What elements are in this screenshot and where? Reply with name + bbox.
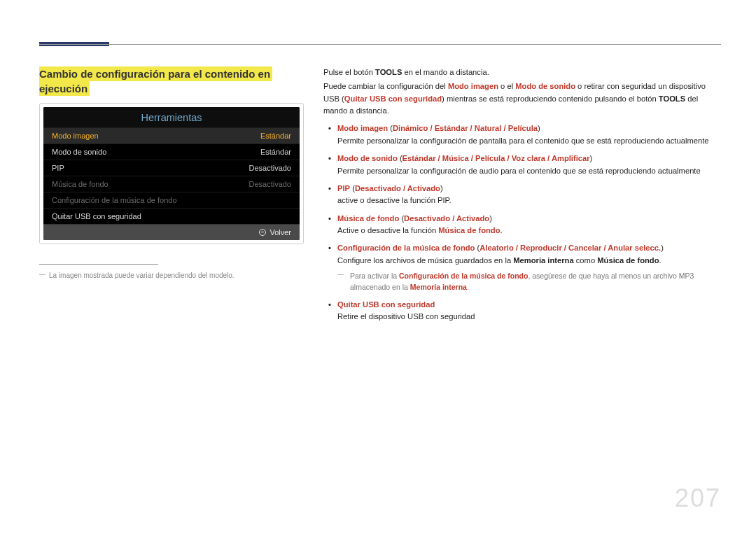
text: ) [489, 214, 492, 223]
text: . [659, 256, 662, 265]
menu-footer-label: Volver [270, 228, 291, 237]
menu-row-value: Desactivado [248, 180, 291, 188]
modo-sonido-term: Modo de sonido [515, 82, 575, 90]
text: ) [590, 154, 593, 162]
feature-options: Dinámico / Estándar / Natural / Película [393, 124, 538, 132]
feature-desc: Active o desactive la función Música de … [337, 225, 721, 237]
left-footnote: La imagen mostrada puede variar dependie… [39, 272, 304, 279]
feature-subnote: Para activar la Configuración de la músi… [337, 271, 721, 293]
term: Configuración de la música de fondo [399, 272, 528, 280]
feature-title: Música de fondo [337, 214, 399, 223]
text: Configure los archivos de música guardad… [337, 256, 513, 265]
feature-title: Configuración de la música de fondo [337, 244, 475, 252]
term: Memoria interna [513, 256, 573, 265]
term: Memoria interna [410, 283, 467, 291]
feature-quitar-usb: Quitar USB con seguridad Retire el dispo… [323, 299, 721, 323]
modo-imagen-term: Modo imagen [448, 82, 498, 90]
text: ) mientras se está reproduciendo conteni… [442, 94, 659, 103]
feature-options: Aleatorio / Reproducir / Cancelar / Anul… [479, 244, 661, 252]
feature-modo-imagen: Modo imagen (Dinámico / Estándar / Natur… [323, 122, 721, 147]
feature-desc: Retire el dispositivo USB con seguridad [337, 311, 721, 323]
feature-title: Modo de sonido [337, 154, 398, 162]
content: Cambio de configuración para el contenid… [39, 66, 721, 323]
page: Cambio de configuración para el contenid… [0, 0, 756, 534]
left-column: Cambio de configuración para el contenid… [39, 66, 304, 323]
term: Música de fondo [597, 256, 659, 265]
feature-list: Modo imagen (Dinámico / Estándar / Natur… [323, 122, 721, 323]
feature-desc: Configure los archivos de música guardad… [337, 255, 721, 267]
feature-title: Modo imagen [337, 124, 388, 132]
feature-desc: Permite personalizar la configuración de… [337, 135, 721, 147]
text: o el [498, 82, 515, 90]
feature-options: Desactivado / Activado [404, 214, 489, 223]
menu-row-value: Estándar [260, 148, 291, 156]
menu-row-modo-sonido[interactable]: Modo de sonido Estándar [43, 143, 300, 160]
text: Active o desactive la función [337, 226, 438, 234]
tools-menu: Herramientas Modo imagen Estándar Modo d… [43, 107, 300, 240]
menu-row-config-musica[interactable]: Configuración de la música de fondo [43, 192, 300, 208]
intro-p2: Puede cambiar la configuración del Modo … [323, 80, 721, 117]
header-rule [39, 44, 721, 45]
quitar-usb-term: Quitar USB con seguridad [344, 94, 442, 103]
text: Puede cambiar la configuración del [323, 82, 448, 90]
text: ) [661, 244, 664, 252]
menu-row-label: Configuración de la música de fondo [52, 196, 177, 204]
menu-row-musica-fondo[interactable]: Música de fondo Desactivado [43, 176, 300, 192]
menu-row-value: Desactivado [248, 164, 291, 172]
menu-row-quitar-usb[interactable]: Quitar USB con seguridad [43, 208, 300, 224]
feature-title: PIP [337, 184, 350, 192]
return-icon [259, 229, 266, 236]
tools-term: TOOLS [659, 94, 685, 103]
menu-row-pip[interactable]: PIP Desactivado [43, 160, 300, 176]
feature-config-musica: Configuración de la música de fondo (Ale… [323, 242, 721, 293]
menu-footer: Volver [43, 224, 300, 240]
term: Música de fondo [438, 226, 500, 234]
section-title: Cambio de configuración para el contenid… [39, 66, 304, 96]
menu-row-label: PIP [52, 164, 64, 172]
feature-options: Estándar / Música / Película / Voz clara… [402, 154, 590, 162]
intro-p1: Pulse el botón TOOLS en el mando a dista… [323, 66, 721, 78]
text: . [467, 283, 469, 291]
menu-frame: Herramientas Modo imagen Estándar Modo d… [39, 103, 304, 244]
tools-term: TOOLS [375, 68, 402, 76]
menu-row-value: Estándar [260, 132, 291, 140]
right-column: Pulse el botón TOOLS en el mando a dista… [323, 66, 721, 323]
feature-desc: active o desactive la función PIP. [337, 195, 721, 206]
menu-row-label: Modo de sonido [52, 148, 106, 156]
page-number: 207 [675, 484, 721, 513]
feature-desc: Permite personalizar la configuración de… [337, 165, 721, 177]
section-title-line1: Cambio de configuración para el contenid… [39, 66, 272, 81]
text: ) [538, 124, 540, 132]
text: . [500, 226, 503, 234]
text: en el mando a distancia. [402, 68, 489, 76]
text: Para activar la [350, 272, 399, 280]
menu-row-label: Quitar USB con seguridad [52, 212, 141, 220]
feature-modo-sonido: Modo de sonido (Estándar / Música / Pelí… [323, 153, 721, 177]
footnote-rule [39, 264, 158, 265]
feature-musica-fondo: Música de fondo (Desactivado / Activado)… [323, 213, 721, 237]
section-title-line2: ejecución [39, 81, 90, 96]
menu-row-label: Música de fondo [52, 180, 108, 188]
feature-title: Quitar USB con seguridad [337, 300, 435, 309]
text: como [574, 256, 598, 265]
text: Pulse el botón [323, 68, 375, 76]
menu-row-modo-imagen[interactable]: Modo imagen Estándar [43, 127, 300, 143]
feature-pip: PIP (Desactivado / Activado) active o de… [323, 183, 721, 207]
text: ) [440, 184, 443, 192]
menu-row-label: Modo imagen [52, 132, 99, 140]
menu-title: Herramientas [43, 107, 300, 127]
feature-options: Desactivado / Activado [355, 184, 440, 192]
